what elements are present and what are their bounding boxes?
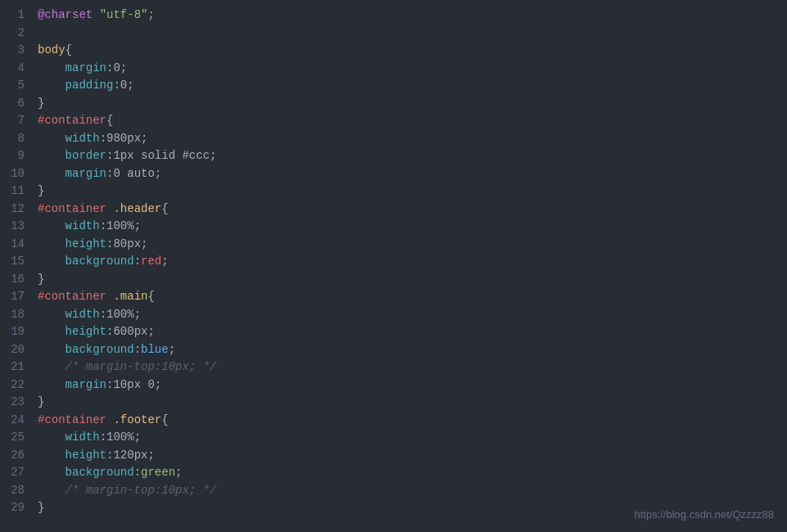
line-number: 25: [0, 429, 25, 447]
code-line: #container{: [38, 112, 787, 130]
token-white: [38, 343, 66, 356]
token-white: [38, 484, 66, 497]
token-white: [38, 431, 66, 444]
token-white: 0;: [120, 79, 134, 92]
token-white: :: [100, 431, 106, 444]
token-white: [38, 308, 66, 321]
line-number: 2: [0, 25, 25, 43]
code-line: height:120px;: [38, 447, 787, 465]
token-white: [38, 219, 66, 232]
token-white: [38, 449, 66, 462]
token-white: 10px 0;: [113, 378, 161, 391]
token-white: {: [161, 413, 168, 426]
line-number: 10: [0, 165, 25, 183]
token-cyan: margin: [66, 167, 106, 180]
token-white: [38, 378, 66, 391]
code-line: margin:10px 0;: [38, 376, 787, 394]
line-number: 9: [0, 147, 25, 165]
token-cyan: height: [66, 237, 106, 250]
line-number: 13: [0, 218, 25, 236]
token-white: [38, 149, 66, 162]
token-white: 100%;: [106, 431, 141, 444]
code-line: }: [38, 394, 787, 412]
token-red: #container: [38, 202, 106, 215]
code-line: background:blue;: [38, 341, 787, 359]
line-number: 7: [0, 112, 25, 130]
line-number: 28: [0, 482, 25, 500]
line-number: 22: [0, 376, 25, 394]
line-number: 19: [0, 323, 25, 341]
line-number: 20: [0, 341, 25, 359]
watermark: https://blog.csdn.net/Qzzzz88: [634, 508, 774, 521]
token-white: {: [161, 202, 168, 215]
line-number: 6: [0, 95, 25, 113]
token-cyan: width: [66, 219, 100, 232]
code-lines: @charset "utf-8"; body{ margin:0; paddin…: [34, 7, 787, 525]
token-comment: /* margin-top:10px; */: [66, 484, 217, 497]
token-white: }: [38, 184, 44, 197]
token-white: 100%;: [106, 308, 141, 321]
token-white: ;: [175, 466, 182, 479]
line-number: 27: [0, 464, 25, 482]
line-number: 21: [0, 358, 25, 376]
code-area: 1234567891011121314151617181920212223242…: [0, 0, 787, 532]
token-white: :: [113, 79, 120, 92]
token-cyan: padding: [66, 79, 114, 92]
token-white: ;: [161, 255, 168, 268]
token-white: }: [38, 501, 44, 514]
token-white: {: [147, 290, 154, 303]
token-white: [38, 167, 66, 180]
code-line: width:980px;: [38, 130, 787, 148]
line-number: 26: [0, 447, 25, 465]
token-white: [38, 255, 66, 268]
token-white: :: [134, 466, 141, 479]
token-white: 100%;: [106, 219, 141, 232]
token-white: :: [134, 255, 141, 268]
token-white: 600px;: [113, 325, 154, 338]
code-line: width:100%;: [38, 306, 787, 324]
line-number: 4: [0, 60, 25, 78]
token-yellow: body: [38, 43, 66, 56]
code-line: }: [38, 183, 787, 201]
code-line: margin:0;: [38, 60, 787, 78]
line-number: 1: [0, 7, 25, 25]
token-white: :: [134, 343, 141, 356]
line-number: 18: [0, 306, 25, 324]
code-line: width:100%;: [38, 218, 787, 236]
token-cyan: width: [66, 132, 100, 145]
token-white: [93, 8, 99, 21]
token-white: [38, 79, 66, 92]
token-white: [38, 61, 66, 74]
token-white: [38, 237, 66, 250]
token-comment: /* margin-top:10px; */: [66, 360, 217, 373]
code-line: }: [38, 271, 787, 289]
token-yellow: .main: [113, 290, 147, 303]
token-white: }: [38, 395, 44, 408]
line-number: 17: [0, 288, 25, 306]
line-number: 11: [0, 183, 25, 201]
token-purple: @charset: [38, 8, 93, 21]
code-line: margin:0 auto;: [38, 165, 787, 183]
code-line: background:green;: [38, 464, 787, 482]
token-green: green: [141, 466, 175, 479]
token-white: [38, 360, 66, 373]
code-line: }: [38, 95, 787, 113]
token-cyan: margin: [66, 61, 106, 74]
token-white: {: [106, 114, 113, 127]
code-line: #container .header{: [38, 201, 787, 219]
code-line: /* margin-top:10px; */: [38, 482, 787, 500]
token-cyan: border: [66, 149, 106, 162]
token-white: ;: [147, 8, 154, 21]
token-cyan: width: [66, 431, 100, 444]
code-line: [38, 25, 787, 43]
token-white: 80px;: [113, 237, 147, 250]
token-blue: blue: [141, 343, 169, 356]
token-red: #container: [38, 114, 106, 127]
token-yellow: .header: [113, 202, 161, 215]
line-number: 3: [0, 42, 25, 60]
code-line: #container .main{: [38, 288, 787, 306]
line-number: 16: [0, 271, 25, 289]
token-white: :: [100, 219, 106, 232]
token-white: }: [38, 97, 44, 110]
token-red: red: [141, 255, 161, 268]
